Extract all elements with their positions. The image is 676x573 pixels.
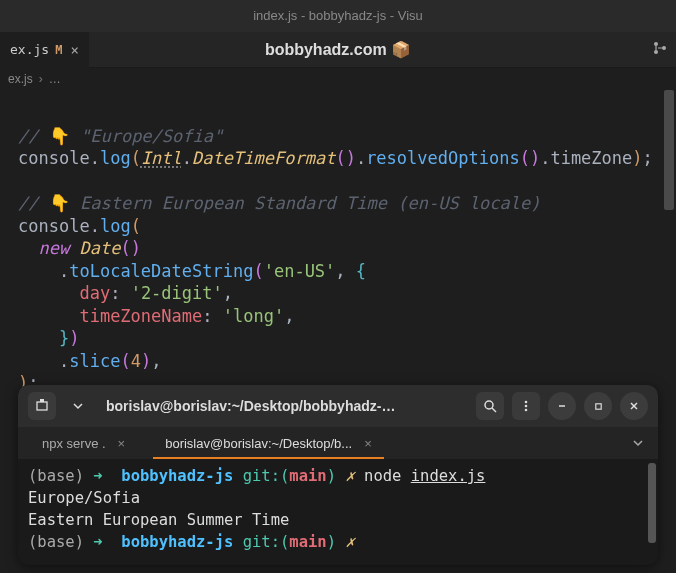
terminal-titlebar: borislav@borislav:~/Desktop/bobbyhadz-r.… <box>18 385 658 427</box>
breadcrumb[interactable]: ex.js › … <box>0 68 676 90</box>
new-tab-button[interactable] <box>28 392 56 420</box>
svg-point-7 <box>525 401 528 404</box>
tab-label: ex.js <box>10 42 49 57</box>
terminal-window: borislav@borislav:~/Desktop/bobbyhadz-r.… <box>18 385 658 565</box>
svg-point-1 <box>654 50 658 54</box>
breadcrumb-more: … <box>49 72 61 86</box>
cube-icon: 📦 <box>391 41 411 58</box>
chevron-right-icon: › <box>39 72 43 86</box>
close-button[interactable] <box>620 392 648 420</box>
dropdown-button[interactable] <box>64 392 92 420</box>
svg-rect-11 <box>595 403 600 408</box>
editor-tabbar: ex.js M × bobbyhadz.com 📦 <box>0 32 676 68</box>
tabs-dropdown[interactable] <box>622 427 654 459</box>
terminal-tab-serve[interactable]: npx serve . × <box>22 427 145 459</box>
titlebar-actions <box>652 40 668 59</box>
modified-indicator: M <box>55 43 62 57</box>
svg-rect-4 <box>40 399 44 402</box>
terminal-scrollbar[interactable] <box>648 463 656 543</box>
svg-point-8 <box>525 405 528 408</box>
scrollbar-thumb[interactable] <box>664 90 674 210</box>
minimize-button[interactable] <box>548 392 576 420</box>
svg-point-9 <box>525 409 528 412</box>
search-button[interactable] <box>476 392 504 420</box>
compare-icon[interactable] <box>652 40 668 59</box>
svg-point-2 <box>662 46 666 50</box>
close-icon[interactable]: × <box>364 436 372 451</box>
terminal-output[interactable]: (base) ➜ bobbyhadz-js git:(main) ✗ node … <box>18 459 658 565</box>
code-editor[interactable]: // 👇 "Europe/Sofia" console.log(Intl.Dat… <box>0 90 676 407</box>
svg-rect-3 <box>37 402 47 410</box>
tab-file[interactable]: ex.js M × <box>0 32 89 68</box>
svg-line-6 <box>492 408 496 412</box>
maximize-button[interactable] <box>584 392 612 420</box>
terminal-title: borislav@borislav:~/Desktop/bobbyhadz-r.… <box>106 398 396 414</box>
menu-button[interactable] <box>512 392 540 420</box>
svg-point-5 <box>485 401 493 409</box>
page-title: bobbyhadz.com 📦 <box>0 40 676 59</box>
breadcrumb-file: ex.js <box>8 72 33 86</box>
window-title: index.js - bobbyhadz-js - Visu <box>253 8 423 23</box>
terminal-tabs: npx serve . × borislav@borislav:~/Deskto… <box>18 427 658 459</box>
window-titlebar: index.js - bobbyhadz-js - Visu <box>0 0 676 32</box>
svg-point-0 <box>654 42 658 46</box>
editor-scrollbar[interactable] <box>662 90 676 380</box>
terminal-tab-shell[interactable]: borislav@borislav:~/Desktop/b... × <box>145 427 392 459</box>
close-icon[interactable]: × <box>118 436 126 451</box>
close-icon[interactable]: × <box>70 42 78 58</box>
